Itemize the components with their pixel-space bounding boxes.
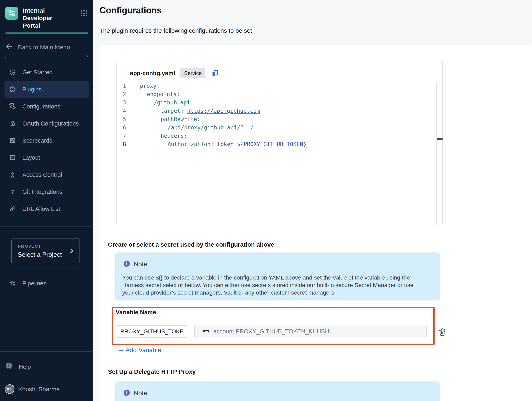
sidebar-item-label: Pipelines bbox=[22, 280, 46, 287]
code-line[interactable]: 6/api/proxy/github-api/?: / bbox=[117, 123, 437, 132]
user-menu[interactable]: KS Khushi Sharma bbox=[5, 384, 88, 394]
line-content: Authorization: token ${PROXY_GITHUB_TOKE… bbox=[129, 140, 306, 148]
sidebar-item-label: Layout bbox=[22, 154, 40, 161]
variable-section-highlight: Variable Name account.PROXY_GITHUB_TOKEN… bbox=[112, 307, 435, 345]
editor-header: app-config.yaml Service bbox=[117, 61, 443, 78]
indent-guide bbox=[140, 107, 147, 115]
service-badge: Service bbox=[180, 68, 205, 78]
code-token: target: bbox=[161, 107, 187, 115]
back-to-main-menu[interactable]: Back to Main Menu bbox=[5, 43, 88, 52]
indent-guide bbox=[140, 123, 147, 132]
help-button[interactable]: ? Help bbox=[5, 362, 88, 372]
code-line[interactable]: 8Authorization: token ${PROXY_GITHUB_TOK… bbox=[117, 140, 437, 148]
sidebar-item-pipelines[interactable]: Pipelines bbox=[5, 275, 89, 292]
page-subtitle: The plugin requires the following config… bbox=[99, 27, 532, 34]
note-callout-2: Note bbox=[115, 382, 440, 401]
code-token: pathRewrite: bbox=[161, 115, 200, 123]
copy-icon[interactable] bbox=[211, 69, 219, 78]
line-number: 4 bbox=[117, 107, 129, 115]
variable-name-label: Variable Name bbox=[116, 309, 156, 316]
help-chat-icon: ? bbox=[5, 362, 13, 372]
sidebar-item-access-control[interactable]: Access Control bbox=[5, 166, 89, 183]
indent-guide bbox=[154, 132, 161, 140]
sidebar-item-oauth-configurations[interactable]: OAuth Configurations bbox=[5, 115, 89, 132]
indent-guide bbox=[154, 115, 161, 123]
code-token: /api/proxy/github-api/?: / bbox=[168, 123, 253, 132]
code-line[interactable]: 7headers: bbox=[117, 132, 437, 140]
avatar: KS bbox=[5, 384, 14, 394]
scrollbar-cursor-marker[interactable] bbox=[437, 138, 443, 140]
code-lines[interactable]: 1proxy:2endpoints:3/github-api:4target: … bbox=[117, 82, 437, 225]
indent-guide bbox=[161, 123, 168, 132]
editor-scrollbar[interactable] bbox=[437, 82, 443, 225]
line-number: 5 bbox=[117, 115, 129, 123]
sidebar-item-configurations[interactable]: ⚙⚙ Configurations bbox=[5, 98, 89, 115]
indent-guide bbox=[140, 115, 147, 123]
project-selector[interactable]: PROJECT Select a Project bbox=[11, 238, 80, 264]
app-window: Internal Developer Portal Back to Main M… bbox=[0, 0, 532, 401]
code-line[interactable]: 4target: https://api.github.com bbox=[117, 107, 437, 115]
indent-guide bbox=[154, 107, 161, 115]
add-variable-label: Add Variable bbox=[126, 346, 161, 354]
user-name: Khushi Sharma bbox=[18, 386, 60, 393]
sidebar-item-git-integrations[interactable]: Git Integrations bbox=[5, 183, 89, 200]
note-title: Note bbox=[134, 390, 147, 397]
sidebar-item-label: URL Allow List bbox=[22, 206, 60, 212]
indent-guide bbox=[147, 115, 154, 123]
sidebar-item-scorecards[interactable]: Scorecards bbox=[5, 132, 89, 149]
code-line[interactable]: 3/github-api: bbox=[117, 98, 437, 107]
code-line[interactable]: 2endpoints: bbox=[117, 90, 437, 98]
get-started-icon bbox=[9, 69, 16, 76]
line-number: 1 bbox=[117, 82, 129, 90]
variable-name-input[interactable] bbox=[116, 325, 188, 338]
git-branch-icon bbox=[9, 188, 16, 195]
secret-selector[interactable]: account.PROXY_GITHUB_TOKEN_KHUSHI bbox=[194, 325, 427, 338]
app-title: Internal Developer Portal bbox=[23, 7, 69, 29]
sidebar-item-label: Access Control bbox=[22, 172, 62, 178]
note-header: Note bbox=[115, 253, 440, 269]
line-content: target: https://api.github.com bbox=[129, 107, 260, 115]
svg-text:?: ? bbox=[8, 364, 10, 368]
line-number: 8 bbox=[117, 140, 129, 148]
link-icon bbox=[9, 205, 16, 212]
sidebar-header: Internal Developer Portal bbox=[0, 0, 93, 29]
sidebar-item-plugins[interactable]: Plugins bbox=[5, 81, 89, 98]
sidebar-footer: ? Help KS Khushi Sharma bbox=[0, 352, 93, 394]
sidebar-item-label: Scorecards bbox=[22, 137, 52, 144]
line-content: /github-api: bbox=[129, 98, 193, 107]
line-content: pathRewrite: bbox=[129, 115, 200, 123]
indent-guide bbox=[147, 123, 154, 132]
indent-guide bbox=[140, 132, 147, 140]
sidebar-item-get-started[interactable]: Get Started bbox=[5, 64, 89, 81]
indent-guide bbox=[140, 140, 147, 148]
gears-icon: ⚙⚙ bbox=[9, 103, 16, 110]
line-content: headers: bbox=[129, 132, 187, 140]
sidebar-divider bbox=[0, 226, 93, 227]
yaml-editor[interactable]: app-config.yaml Service 1proxy:2endpoint… bbox=[117, 61, 443, 225]
delegate-proxy-heading: Set Up a Delegate HTTP Proxy bbox=[108, 368, 196, 375]
note-title: Note bbox=[134, 261, 147, 268]
sidebar-item-label: OAuth Configurations bbox=[22, 120, 79, 127]
accent-divider bbox=[5, 32, 88, 34]
configurations-card: app-config.yaml Service 1proxy:2endpoint… bbox=[100, 44, 532, 401]
project-label: PROJECT bbox=[18, 244, 73, 249]
line-number: 6 bbox=[117, 123, 129, 132]
line-content: endpoints: bbox=[129, 90, 180, 98]
trash-icon[interactable] bbox=[437, 327, 447, 337]
add-variable-button[interactable]: + Add Variable bbox=[119, 346, 161, 354]
code-line[interactable]: 1proxy: bbox=[117, 82, 437, 90]
indent-guide bbox=[140, 90, 147, 98]
indent-guide bbox=[147, 98, 154, 107]
code-line[interactable]: 5pathRewrite: bbox=[117, 115, 437, 123]
sidebar-item-layout[interactable]: Layout bbox=[5, 149, 89, 166]
indent-guide bbox=[147, 132, 154, 140]
chevron-right-icon bbox=[68, 247, 75, 255]
line-number: 7 bbox=[117, 132, 129, 140]
person-icon bbox=[9, 171, 16, 178]
project-value: Select a Project bbox=[18, 251, 73, 258]
sidebar-item-url-allow-list[interactable]: URL Allow List bbox=[5, 200, 89, 217]
indent-guide bbox=[147, 107, 154, 115]
sidebar-item-label: Configurations bbox=[22, 103, 60, 110]
app-grid-icon[interactable] bbox=[80, 9, 88, 18]
code-token: /github-api: bbox=[154, 98, 193, 107]
